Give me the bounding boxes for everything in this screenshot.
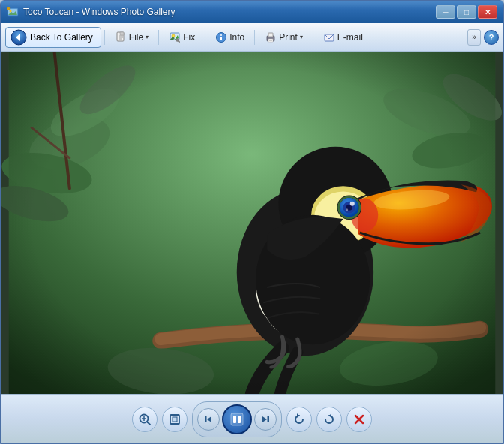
svg-rect-68 <box>268 416 270 422</box>
svg-rect-65 <box>231 413 243 425</box>
email-label: E-mail <box>338 32 363 43</box>
back-label: Back To Gallery <box>30 32 93 43</box>
previous-button[interactable] <box>197 408 220 430</box>
svg-point-19 <box>220 34 222 36</box>
window-controls: ─ □ ✕ <box>436 5 497 19</box>
title-bar: Toco Toucan - Windows Photo Gallery ─ □ … <box>1 1 503 23</box>
svg-marker-70 <box>297 413 299 418</box>
fix-label: Fix <box>183 32 195 43</box>
svg-rect-8 <box>120 32 124 35</box>
svg-rect-56 <box>9 52 496 394</box>
separator-1 <box>104 30 105 45</box>
file-button[interactable]: File ▾ <box>108 27 155 48</box>
zoom-icon <box>138 412 152 426</box>
next-icon <box>260 414 271 424</box>
info-label: Info <box>230 32 244 43</box>
toolbar-overflow-button[interactable]: » <box>467 29 481 46</box>
svg-marker-64 <box>207 416 212 422</box>
info-button[interactable]: Info <box>208 27 251 48</box>
toucan-image <box>1 52 503 394</box>
svg-line-58 <box>148 422 151 424</box>
email-icon <box>323 32 335 44</box>
separator-3 <box>205 30 206 45</box>
navigation-group <box>192 401 282 437</box>
separator-2 <box>158 30 159 45</box>
back-arrow-icon <box>10 29 27 46</box>
fix-icon <box>169 32 181 44</box>
svg-rect-66 <box>233 416 236 423</box>
image-display <box>1 52 503 394</box>
separator-5 <box>313 30 314 45</box>
back-to-gallery-button[interactable]: Back To Gallery <box>5 27 101 48</box>
email-button[interactable]: E-mail <box>316 27 370 48</box>
nav-controls <box>197 404 277 434</box>
rotate-right-icon <box>322 412 336 426</box>
delete-icon <box>352 412 366 426</box>
svg-rect-67 <box>238 416 241 423</box>
play-button[interactable] <box>222 404 252 434</box>
fix-button[interactable]: Fix <box>162 27 202 48</box>
svg-marker-71 <box>329 413 332 418</box>
svg-rect-23 <box>268 39 273 42</box>
prev-icon <box>203 414 214 424</box>
svg-rect-62 <box>172 417 177 422</box>
separator-4 <box>254 30 255 45</box>
svg-marker-69 <box>262 416 267 422</box>
svg-rect-20 <box>220 37 222 40</box>
app-window: Toco Toucan - Windows Photo Gallery ─ □ … <box>0 0 504 444</box>
actual-size-icon <box>168 412 182 426</box>
maximize-button[interactable]: □ <box>457 5 476 19</box>
file-icon <box>115 32 127 44</box>
actual-size-button[interactable] <box>162 406 188 432</box>
rotate-left-button[interactable] <box>286 406 312 432</box>
play-icon <box>230 412 244 427</box>
playback-controls <box>1 394 503 443</box>
svg-rect-63 <box>205 416 207 422</box>
help-icon: ? <box>489 33 494 42</box>
help-button[interactable]: ? <box>484 30 499 45</box>
toolbar: Back To Gallery File ▾ <box>1 23 503 52</box>
rotate-right-button[interactable] <box>316 406 342 432</box>
svg-point-13 <box>172 34 175 38</box>
rotate-left-icon <box>292 412 306 426</box>
zoom-button[interactable] <box>132 406 158 432</box>
info-icon <box>215 32 227 44</box>
print-button[interactable]: Print ▾ <box>258 27 310 48</box>
print-icon <box>265 32 277 44</box>
file-label: File <box>129 32 143 43</box>
print-dropdown-arrow: ▾ <box>300 34 303 40</box>
svg-rect-22 <box>268 33 273 37</box>
close-button[interactable]: ✕ <box>478 5 497 19</box>
next-button[interactable] <box>254 408 277 430</box>
app-icon <box>7 6 19 18</box>
print-label: Print <box>279 32 298 43</box>
svg-rect-4 <box>7 8 10 10</box>
delete-button[interactable] <box>346 406 372 432</box>
overflow-icon: » <box>472 33 476 41</box>
file-dropdown-arrow: ▾ <box>146 34 148 40</box>
window-title: Toco Toucan - Windows Photo Gallery <box>23 7 436 17</box>
minimize-button[interactable]: ─ <box>436 5 455 19</box>
